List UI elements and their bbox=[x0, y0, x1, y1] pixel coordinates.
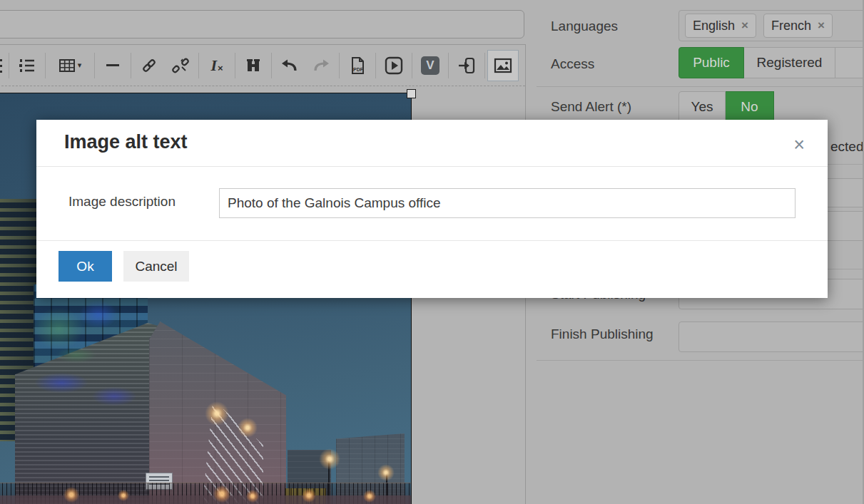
undo-icon bbox=[280, 57, 299, 74]
image-button[interactable] bbox=[487, 50, 519, 81]
dialog-footer-divider bbox=[36, 240, 828, 241]
finish-publishing-input[interactable] bbox=[679, 322, 864, 352]
vimeo-button[interactable]: V bbox=[415, 50, 446, 81]
table-button[interactable]: ▾ bbox=[48, 50, 92, 81]
close-icon[interactable]: × bbox=[793, 135, 805, 155]
languages-label: Languages bbox=[551, 19, 618, 34]
toolbar-separator bbox=[412, 53, 412, 78]
toolbar-separator bbox=[94, 53, 95, 78]
link-button[interactable] bbox=[133, 50, 165, 81]
dialog-header-divider bbox=[36, 166, 828, 167]
vimeo-icon: V bbox=[421, 56, 439, 75]
lamp-glow bbox=[238, 418, 258, 438]
lamp-glow bbox=[377, 464, 395, 481]
image-description-input[interactable] bbox=[219, 188, 796, 218]
image-alt-text-dialog: Image alt text × Image description Ok Ca… bbox=[36, 120, 828, 298]
language-tag: English × bbox=[685, 14, 756, 38]
toolbar-separator bbox=[448, 53, 449, 78]
send-alert-label: Send Alert (*) bbox=[551, 99, 631, 115]
unlink-icon bbox=[172, 57, 189, 74]
language-tag: French × bbox=[763, 14, 833, 38]
languages-select[interactable]: English × French × bbox=[679, 10, 864, 41]
chevron-down-icon: ▾ bbox=[78, 61, 82, 70]
image-icon bbox=[494, 57, 512, 74]
access-label: Access bbox=[551, 56, 594, 72]
remove-tag-icon[interactable]: × bbox=[818, 19, 825, 33]
table-icon bbox=[59, 57, 76, 74]
send-alert-no-button[interactable]: No bbox=[726, 91, 774, 123]
numbered-list-icon bbox=[19, 57, 36, 74]
find-replace-button[interactable] bbox=[238, 50, 269, 81]
toolbar-separator bbox=[375, 53, 376, 78]
row-divider bbox=[537, 86, 864, 87]
toolbar-separator bbox=[9, 53, 9, 78]
svg-text:PDF: PDF bbox=[353, 67, 364, 72]
image-resize-handle[interactable] bbox=[407, 89, 416, 98]
numbered-list-button[interactable] bbox=[11, 50, 43, 81]
toolbar-separator bbox=[131, 53, 131, 78]
image-description-label: Image description bbox=[68, 194, 176, 210]
access-group-button[interactable]: Gr bbox=[835, 47, 864, 78]
toolbar-separator bbox=[198, 53, 199, 78]
binoculars-icon bbox=[245, 57, 262, 74]
section-divider bbox=[537, 360, 864, 361]
send-alert-yes-button[interactable]: Yes bbox=[679, 91, 726, 123]
finish-publishing-label: Finish Publishing bbox=[551, 326, 654, 342]
toolbar-separator bbox=[45, 53, 46, 78]
horizontal-rule-button[interactable] bbox=[97, 50, 128, 81]
cancel-button[interactable]: Cancel bbox=[123, 251, 189, 282]
lamp-glow bbox=[319, 448, 340, 470]
toolbar-separator bbox=[339, 53, 340, 78]
remove-tag-icon[interactable]: × bbox=[741, 19, 748, 33]
lamp-glow bbox=[205, 401, 229, 426]
pdf-icon: PDF bbox=[349, 56, 366, 75]
access-button-group: Public Registered Gr bbox=[679, 47, 864, 78]
toolbar-separator bbox=[271, 53, 272, 78]
toolbar-separator bbox=[484, 53, 485, 78]
clear-formatting-button[interactable]: I× bbox=[201, 50, 233, 81]
page-title-input[interactable] bbox=[0, 10, 524, 38]
redo-icon bbox=[312, 57, 330, 74]
clear-formatting-icon: I bbox=[210, 56, 217, 75]
undo-button[interactable] bbox=[274, 50, 305, 81]
partial-message-text: ected. bbox=[830, 139, 864, 155]
export-pdf-button[interactable]: PDF bbox=[342, 50, 373, 81]
ok-button[interactable]: Ok bbox=[59, 251, 112, 282]
bullet-list-icon[interactable] bbox=[0, 57, 5, 74]
unlink-button[interactable] bbox=[165, 50, 196, 81]
horizontal-rule-icon bbox=[106, 64, 119, 66]
editor-toolbar: ▾ I× bbox=[0, 45, 525, 86]
access-public-button[interactable]: Public bbox=[679, 47, 744, 78]
access-registered-button[interactable]: Registered bbox=[744, 47, 835, 78]
toolbar-separator bbox=[235, 53, 235, 78]
dialog-title: Image alt text bbox=[64, 131, 188, 153]
embed-insert-button[interactable] bbox=[451, 50, 482, 81]
play-icon bbox=[385, 56, 403, 75]
insert-into-frame-icon bbox=[457, 56, 476, 75]
link-icon bbox=[141, 57, 158, 74]
media-button[interactable] bbox=[378, 50, 410, 81]
send-alert-button-group: Yes No bbox=[679, 91, 774, 123]
redo-button[interactable] bbox=[305, 50, 337, 81]
